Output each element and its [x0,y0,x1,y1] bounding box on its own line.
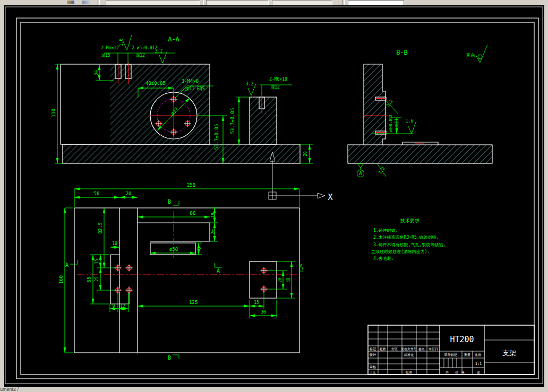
annotation-text: 20 [211,229,216,234]
annotation-text: 工艺 [370,370,376,374]
annotation-text: 160 [58,275,64,284]
annotation-text: 支架 [502,349,516,357]
cad-window: A-A1.62-M6×12深152-ø5+0.012深123.22011040±… [0,0,548,392]
annotation-text: 3.2 [386,99,394,108]
annotation-text: 标准化 [404,353,414,357]
annotation-text: 3.2 [378,166,386,175]
annotation-text: 深11 EQS [185,86,205,91]
annotation-text: ø4+0.012 [389,115,393,133]
annotation-text: ø50 [169,247,178,252]
annotation-text: 52.7±0.05 [214,124,219,150]
annotation-text: HT200 [450,335,474,344]
plate-hole [261,267,268,274]
annotation-text: 15 [95,259,99,264]
view-aa [55,35,313,163]
annotation-text: 3.铸件不得有砂眼,气孔,裂纹等缺陷, [373,242,446,247]
annotation-text: 比例 [475,353,481,357]
annotation-text: 2-ø5+0.012 [132,46,157,50]
annotation-text: 签名 [418,347,425,351]
mount-hole [126,287,133,294]
annotation-text: 阶段标记 [444,353,457,357]
annotation-text: 2-M6×12 [101,46,119,50]
toolbar-linetype-field[interactable] [272,0,332,5]
annotation-text: 共 [446,370,449,374]
annotation-text: 重量 [464,353,470,356]
mount-hole [115,265,122,272]
toolbar-separator [343,0,345,5]
toolbar-icon-2[interactable] [82,1,90,4]
annotation-text: 25 [95,276,99,282]
annotation-text: 审核 [370,365,376,369]
annotation-text: 10 [112,241,117,246]
annotation-text: 82.5 [98,222,103,234]
toolbar-layer-field[interactable] [106,0,200,5]
view-plan [65,189,303,359]
annotation-text: 250 [187,182,195,188]
annotation-text: 30 [261,310,266,315]
annotation-text: 3.2 [246,82,254,86]
annotation-text: A [217,268,220,274]
annotation-text: 125 [189,300,198,305]
annotation-text: 标记 [369,347,376,351]
toolbar-separator [98,0,100,5]
plate-hole [261,286,268,293]
toolbar-lineweight-combo[interactable] [348,0,404,5]
annotation-text: 张 [477,370,480,374]
toolbar [0,0,548,5]
annotation-text: 1.铸件时效. [373,228,398,233]
annotation-text: 深12 [270,85,280,90]
annotation-text: 20 [126,191,132,196]
annotation-text: 20 [95,70,99,75]
annotation-text: 张 [455,370,458,374]
annotation-text: 18 [211,213,216,218]
annotation-text: 110 [51,109,56,117]
annotation-text: 3.2 [155,49,163,54]
toolbar-separator [202,0,204,5]
annotation-text: 且须经时效处理(消除内应力). [371,249,430,254]
annotation-text: 40 [286,277,291,283]
annotation-text: 20 [303,151,308,156]
annotation-text: 15 [254,300,259,305]
annotation-text: 第 [461,370,465,374]
annotation-text: 2.未注铸造圆角R3~R5,锐边倒钝. [373,235,439,240]
annotation-text: A [65,262,68,268]
annotation-text: X [328,193,332,202]
annotation-text: 20 [278,277,282,283]
annotation-text: 1:1 [475,362,482,366]
annotation-text: 深11 [395,118,399,128]
toolbar-color-field[interactable] [206,0,269,5]
annotation-text: 50 [94,191,100,196]
annotation-text: 设计 [370,353,376,356]
annotation-text: 其余 [466,53,475,58]
annotation-text: 3 [197,247,202,249]
annotation-text: 3-M4×8 [182,79,199,84]
annotation-text: 53.7±0.05 [230,108,235,134]
annotation-text: 深15 [101,53,110,58]
annotation-text: 技术要求 [400,218,419,223]
annotation-text: 年月日 [429,347,438,351]
mount-hole [126,265,133,272]
annotation-text: 80 [190,211,196,216]
annotation-text: 55 [87,277,92,283]
annotation-text: 1.6 [119,39,124,47]
annotation-text: 更改文件号 [401,347,417,351]
annotation-text: B-B [396,49,408,56]
annotation-text: 处数 [379,347,386,351]
annotation-text: 深12 [135,53,145,58]
statusbar: ument2 / [0,387,548,392]
annotation-text: B [168,199,171,205]
mount-hole [115,287,122,294]
toolbar-icon-1[interactable] [67,1,74,4]
annotation-text: 12 [120,304,125,309]
annotation-text: A-A [168,36,179,43]
statusbar-tab-label[interactable]: ument2 / [0,387,19,392]
annotation-text: 1.6 [406,119,414,124]
annotation-text: A [359,171,362,176]
annotation-text: 分区 [391,347,398,351]
view-bb [348,45,492,177]
drawing-canvas[interactable]: A-A1.62-M6×12深152-ø5+0.012深123.22011040±… [4,5,544,387]
annotation-text: 2-M6×10 [269,77,287,82]
annotation-text: 批准 [406,370,412,374]
annotation-text: 9 [113,304,115,309]
viewport-border [5,7,543,384]
